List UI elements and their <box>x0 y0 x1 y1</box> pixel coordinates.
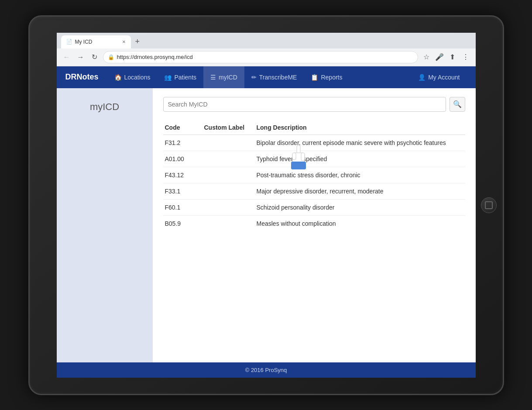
col-header-desc: Long Description <box>255 121 465 135</box>
sidebar-title: myICD <box>90 101 119 113</box>
row-description: Typhoid fever, unspecified <box>255 151 465 167</box>
tab-bar: 📄 My ICD × + <box>57 33 476 48</box>
tablet-frame: 📄 My ICD × + ← → ↻ 🔒 https://drnotes.pro… <box>28 15 504 395</box>
app-navbar: DRNotes 🏠 Locations 👥 Patients ☰ myICD ✏… <box>57 66 476 88</box>
url-protocol: https:// <box>117 54 134 60</box>
row-label <box>203 215 255 231</box>
page-footer: © 2016 ProSynq <box>57 362 476 378</box>
table-row[interactable]: A01.00 Typhoid fever, unspecified <box>163 151 465 167</box>
table-row[interactable]: F43.12 Post-traumatic stress disorder, c… <box>163 167 465 183</box>
browser-tab[interactable]: 📄 My ICD × <box>61 35 131 48</box>
table-row[interactable]: B05.9 Measles without complication <box>163 215 465 231</box>
nav-item-account-label: My Account <box>428 74 460 81</box>
nav-item-account[interactable]: 👤 My Account <box>411 66 467 88</box>
nav-item-reports-label: Reports <box>321 74 342 81</box>
forward-button[interactable]: → <box>75 52 86 63</box>
col-header-code: Code <box>163 121 203 135</box>
nav-item-patients[interactable]: 👥 Patients <box>157 66 203 88</box>
search-button[interactable]: 🔍 <box>450 97 465 112</box>
refresh-button[interactable]: ↻ <box>89 52 100 63</box>
row-label <box>203 134 255 151</box>
nav-item-patients-label: Patients <box>174 74 196 81</box>
url-domain: drnotes.prosynq.me <box>134 54 184 60</box>
patients-icon: 👥 <box>164 74 172 81</box>
tab-title: My ICD <box>75 39 93 45</box>
url-display: https://drnotes.prosynq.me/icd <box>117 54 193 60</box>
bookmark-button[interactable]: ☆ <box>421 52 432 63</box>
account-icon: 👤 <box>418 74 426 81</box>
page-layout: myICD 🔍 Code <box>57 88 476 362</box>
search-bar: 🔍 <box>163 97 465 112</box>
sidebar: myICD <box>57 88 153 362</box>
search-input[interactable] <box>168 101 441 108</box>
row-label <box>203 151 255 167</box>
nav-item-transcribeme[interactable]: ✏ TranscribeME <box>244 66 304 88</box>
lock-icon: 🔒 <box>108 54 114 60</box>
tab-page-icon: 📄 <box>66 39 72 45</box>
row-code: A01.00 <box>163 151 203 167</box>
table-row[interactable]: F33.1 Major depressive disorder, recurre… <box>163 183 465 199</box>
url-path: /icd <box>184 54 192 60</box>
back-button[interactable]: ← <box>61 52 72 63</box>
row-description: Schizoid personality disorder <box>255 199 465 215</box>
nav-item-reports[interactable]: 📋 Reports <box>304 66 349 88</box>
nav-item-myicd-label: myICD <box>219 74 237 81</box>
row-description: Post-traumatic stress disorder, chronic <box>255 167 465 183</box>
reports-icon: 📋 <box>311 74 318 81</box>
address-bar-row: ← → ↻ 🔒 https://drnotes.prosynq.me/icd ☆… <box>57 48 476 66</box>
row-code: F60.1 <box>163 199 203 215</box>
myicd-icon: ☰ <box>210 74 216 81</box>
transcribeme-icon: ✏ <box>251 74 257 81</box>
screen: 📄 My ICD × + ← → ↻ 🔒 https://drnotes.pro… <box>57 33 476 378</box>
home-button[interactable] <box>481 197 497 213</box>
row-description: Measles without complication <box>255 215 465 231</box>
browser-actions: ☆ 🎤 ⬆ ⋮ <box>421 52 471 63</box>
row-code: F43.12 <box>163 167 203 183</box>
share-button[interactable]: ⬆ <box>447 52 458 63</box>
address-bar[interactable]: 🔒 https://drnotes.prosynq.me/icd <box>103 51 418 63</box>
table-row[interactable]: F60.1 Schizoid personality disorder <box>163 199 465 215</box>
nav-item-transcribeme-label: TranscribeME <box>259 74 297 81</box>
nav-item-locations-label: Locations <box>124 74 151 81</box>
nav-item-locations[interactable]: 🏠 Locations <box>107 66 158 88</box>
footer-text: © 2016 ProSynq <box>245 367 287 373</box>
locations-icon: 🏠 <box>114 74 122 81</box>
row-code: F33.1 <box>163 183 203 199</box>
search-icon: 🔍 <box>453 100 462 108</box>
browser-chrome: 📄 My ICD × + ← → ↻ 🔒 https://drnotes.pro… <box>57 33 476 66</box>
row-code: B05.9 <box>163 215 203 231</box>
nav-item-myicd[interactable]: ☰ myICD <box>203 66 244 88</box>
row-label <box>203 167 255 183</box>
table-body: F31.2 Bipolar disorder, current episode … <box>163 134 465 231</box>
row-label <box>203 199 255 215</box>
new-tab-button[interactable]: + <box>131 35 144 48</box>
table-header: Code Custom Label Long Description <box>163 121 465 135</box>
row-description: Major depressive disorder, recurrent, mo… <box>255 183 465 199</box>
home-button-inner <box>485 201 493 209</box>
tab-close-button[interactable]: × <box>122 38 126 45</box>
col-header-label: Custom Label <box>203 121 255 135</box>
menu-button[interactable]: ⋮ <box>460 52 471 63</box>
nav-brand: DRNotes <box>65 72 99 82</box>
mic-button[interactable]: 🎤 <box>434 52 445 63</box>
icd-table: Code Custom Label Long Description F31.2… <box>163 121 465 231</box>
main-content: 🔍 Code Custom Label Long Description <box>153 88 476 362</box>
row-label <box>203 183 255 199</box>
search-input-wrap[interactable] <box>163 97 446 112</box>
row-description: Bipolar disorder, current episode manic … <box>255 134 465 151</box>
row-code: F31.2 <box>163 134 203 151</box>
table-row[interactable]: F31.2 Bipolar disorder, current episode … <box>163 134 465 151</box>
